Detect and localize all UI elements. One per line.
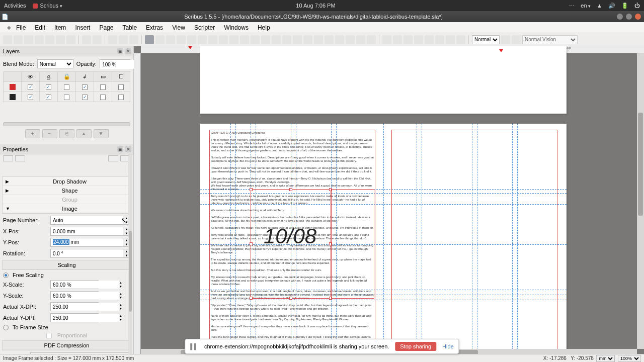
battery-icon[interactable]: 🔋 [621,3,628,9]
props-shade-icon[interactable]: ▣ [117,146,123,152]
layer-row[interactable] [4,92,130,102]
measure-icon[interactable] [346,35,355,44]
table-icon[interactable] [187,35,196,44]
print-icon[interactable] [45,35,54,44]
basepoint-icon[interactable] [3,155,13,161]
zoom-select[interactable]: 100% [618,355,641,362]
layer-add-button[interactable]: + [25,129,40,138]
ypos-input[interactable]: 24.000 mm [51,238,123,246]
close-icon[interactable] [35,35,44,44]
volume-icon[interactable]: 🔊 [608,3,615,9]
rotate-icon[interactable] [282,35,291,44]
layers-scrollbar[interactable] [3,122,130,126]
link-icon[interactable] [446,35,455,44]
shape-section[interactable]: ▶Shape [3,186,131,195]
layers-shade-icon[interactable]: ▣ [117,48,123,54]
canvas-area[interactable]: 0 50 100 150 200 250 300 350 400 [134,46,644,356]
lang-indicator[interactable]: en [581,3,591,9]
undo-icon[interactable] [82,35,91,44]
preflight-icon[interactable] [56,35,65,44]
polygon-icon[interactable] [219,35,228,44]
paste-icon[interactable] [129,35,138,44]
new-icon[interactable] [3,35,12,44]
properties-panel-header[interactable]: Properties ▣✕ [0,144,133,154]
image-section[interactable]: ▼Image [3,204,131,213]
freehand-icon[interactable] [261,35,270,44]
layer-delete-button[interactable]: − [42,129,57,138]
clock[interactable]: 10 Aug 7:06 PM [62,3,570,9]
menu-table[interactable]: Table [118,23,141,32]
link-text-icon[interactable] [325,35,334,44]
menu-item[interactable]: Item [50,23,70,32]
cms-icon[interactable] [501,35,510,44]
arc-icon[interactable] [208,35,217,44]
page-prev[interactable] [200,46,567,114]
blend-mode-select[interactable]: Normal [37,59,73,68]
menu-view[interactable]: View [168,23,189,32]
vertical-ruler[interactable] [134,53,141,356]
copy-props-icon[interactable] [356,35,365,44]
menu-page[interactable]: Page [95,23,117,32]
pdf-check-icon[interactable] [404,35,413,44]
yscale-input[interactable] [51,292,119,300]
redo-icon[interactable] [93,35,102,44]
pdf-icon[interactable] [66,35,75,44]
pdf-button-icon[interactable] [382,35,391,44]
copy-icon[interactable] [119,35,128,44]
menu-windows[interactable]: Windows [220,23,253,32]
preview-icon[interactable] [512,35,521,44]
headline-text[interactable]: 10/08 [264,224,316,248]
layer-row[interactable] [4,82,130,92]
page-number-input[interactable] [51,216,123,224]
stop-sharing-button[interactable]: Stop sharing [395,342,436,351]
open-icon[interactable] [14,35,23,44]
props-close-icon[interactable]: ✕ [125,146,131,152]
app-menu[interactable]: Scribus [33,3,62,9]
network-icon[interactable]: ▲ [597,3,602,9]
line-icon[interactable] [240,35,249,44]
unit-select[interactable]: mm [596,355,615,362]
menu-insert[interactable]: Insert [71,23,94,32]
radio-icon[interactable] [456,35,465,44]
menu-extras[interactable]: Extras [142,23,167,32]
dpi-x-input[interactable] [51,303,119,311]
spiral-icon[interactable] [229,35,238,44]
zoom-icon[interactable] [293,35,302,44]
page-spread[interactable]: CHAPTER 1: A Not-Unnatural Enterprise Th… [200,124,567,356]
menu-scripter[interactable]: Scripter [190,23,219,32]
shape-icon[interactable] [198,35,207,44]
hide-banner-button[interactable]: Hide [442,343,454,349]
maximize-button[interactable] [626,14,632,20]
drop-shadow-section[interactable]: ▶Drop Shadow [3,177,131,186]
pdf-text-icon[interactable] [393,35,402,44]
image-frame-2[interactable] [331,189,374,299]
right-page-frame[interactable] [391,130,557,354]
text-frame-icon[interactable] [155,35,165,44]
vertical-scrollbar[interactable] [637,53,644,349]
close-button[interactable] [635,14,641,20]
edit-contents-icon[interactable] [303,35,312,44]
layer-down-button[interactable]: ▼ [94,129,109,138]
xpos-input[interactable] [51,227,123,235]
props-scrollbar[interactable] [128,154,132,356]
activities-button[interactable]: Activities [4,3,26,9]
cut-icon[interactable] [108,35,117,44]
vision-select[interactable]: Normal Vision [522,35,578,44]
dpi-y-input[interactable] [51,314,119,322]
eyedropper-icon[interactable] [367,35,376,44]
menu-icon[interactable]: ⋯ [569,3,575,9]
menu-edit[interactable]: Edit [31,23,49,32]
layers-close-icon[interactable]: ✕ [125,48,131,54]
edit-text-icon[interactable] [314,35,323,44]
bezier-icon[interactable] [251,35,260,44]
image-frame-icon[interactable] [166,35,175,44]
lock-icon[interactable] [108,155,118,161]
pdf-list-icon[interactable] [425,35,434,44]
render-frame-icon[interactable] [177,35,186,44]
save-icon[interactable] [24,35,33,44]
power-icon[interactable]: ⏻ [634,3,640,9]
free-scaling-radio[interactable] [3,273,9,278]
menu-help[interactable]: Help [254,23,274,32]
layers-panel-header[interactable]: Layers ▣✕ [0,46,133,56]
basepoint-icon[interactable] [15,155,25,161]
